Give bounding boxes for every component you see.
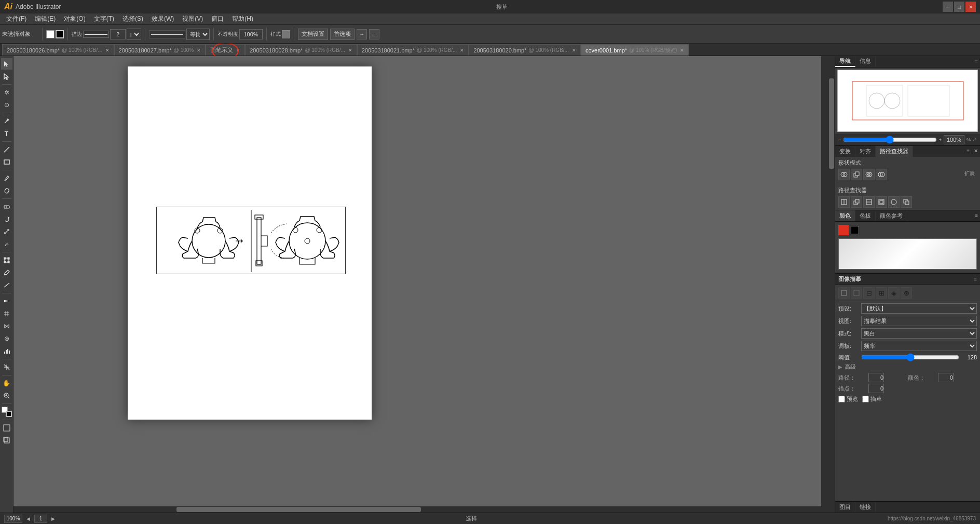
chart-tool-button[interactable] — [1, 345, 12, 357]
menu-view[interactable]: 视图(V) — [178, 14, 207, 24]
minus-front-button[interactable] — [851, 169, 862, 180]
blob-brush-tool-button[interactable] — [1, 185, 12, 196]
lasso-tool-button[interactable]: ⊙ — [1, 99, 12, 111]
magic-wand-tool-button[interactable]: ✲ — [1, 87, 12, 98]
tab-close-icon[interactable]: ✕ — [197, 48, 201, 53]
preview-label[interactable]: 预览 — [838, 395, 858, 403]
doc-settings-button[interactable]: 文档设置 — [298, 29, 328, 40]
fill-stroke-indicator[interactable] — [1, 406, 12, 418]
tab-color-guide[interactable]: 颜色参考 — [876, 210, 907, 221]
tab-info[interactable]: 信息 — [855, 56, 876, 67]
trace-view1[interactable] — [838, 287, 850, 299]
tab-layers[interactable]: 图目 — [835, 502, 855, 513]
mode-select[interactable]: 黑白 — [861, 328, 977, 339]
stroke-unit-select[interactable]: pt — [127, 29, 141, 40]
zoom-value-input[interactable] — [944, 135, 964, 144]
free-transform-tool-button[interactable] — [1, 254, 12, 266]
stroke-color-swatch[interactable] — [56, 30, 64, 38]
tab-close-icon[interactable]: ✕ — [348, 48, 352, 53]
trace-view4[interactable]: ⊞ — [876, 287, 887, 299]
rect-tool-button[interactable] — [1, 156, 12, 168]
tab-transform[interactable]: 变换 — [835, 146, 855, 157]
trim-button[interactable] — [851, 196, 862, 208]
zoom-tool-button[interactable] — [1, 390, 12, 401]
preset-select[interactable]: 【默认】 — [861, 303, 977, 314]
close-button[interactable]: ✕ — [965, 2, 976, 12]
menu-effect[interactable]: 效果(W) — [147, 14, 178, 24]
menu-select[interactable]: 选择(S) — [118, 14, 147, 24]
opacity-input[interactable] — [239, 29, 263, 39]
minimize-button[interactable]: ─ — [943, 2, 953, 12]
tab-close-icon[interactable]: ✕ — [572, 48, 576, 53]
zoom-slider[interactable] — [843, 138, 936, 142]
preferences-button[interactable]: 首选项 — [330, 29, 355, 40]
tab-color[interactable]: 颜色 — [835, 210, 855, 221]
path-input[interactable] — [868, 373, 884, 382]
color-input[interactable] — [938, 373, 954, 382]
zoom-plus-icon[interactable]: + — [939, 137, 942, 142]
advanced-section[interactable]: ▶ 高级 — [838, 363, 977, 371]
view-select[interactable]: 描摹结果 — [861, 316, 977, 326]
tab-huabi[interactable]: 画笔示义 ✕ — [206, 44, 245, 56]
tab-200503180021[interactable]: 200503180021.bmp* @ 100% (RGB/... ✕ — [357, 44, 469, 56]
merge-button[interactable] — [863, 196, 875, 208]
color-panel-menu[interactable]: ≡ — [973, 210, 980, 221]
pen-tool-button[interactable] — [1, 115, 12, 127]
scale-tool-button[interactable] — [1, 226, 12, 237]
menu-object[interactable]: 对象(O) — [60, 14, 89, 24]
tab-close-icon[interactable]: ✕ — [236, 48, 240, 53]
tab-200503180020[interactable]: 200503180020.bmp* @ 100% (RGB/... ✕ — [469, 44, 581, 56]
scrollbar-thumb[interactable] — [829, 78, 834, 168]
eraser-tool-button[interactable] — [1, 201, 12, 212]
hscrollbar-thumb[interactable] — [176, 507, 421, 512]
trace-view5[interactable]: ◈ — [888, 287, 900, 299]
text-tool-button[interactable]: T — [1, 128, 12, 139]
line-tool-button[interactable] — [1, 144, 12, 155]
maximize-button[interactable]: □ — [954, 2, 964, 12]
tab-pathfinder[interactable]: 路径查找器 — [876, 146, 913, 157]
trace-view3[interactable]: ⊟ — [863, 287, 875, 299]
measure-tool-button[interactable] — [1, 279, 12, 291]
normal-mode-button[interactable] — [1, 422, 12, 434]
panel-menu-icon[interactable]: ≡ — [973, 56, 980, 67]
outline-button[interactable] — [888, 196, 900, 208]
menu-edit[interactable]: 编辑(E) — [31, 14, 60, 24]
hand-tool-button[interactable]: ✋ — [1, 378, 12, 389]
expand-button[interactable]: 扩展 — [962, 169, 977, 180]
image-trace-menu[interactable]: ≡ — [974, 276, 977, 282]
direct-select-tool-button[interactable] — [1, 71, 12, 82]
tab-close-icon[interactable]: ✕ — [105, 48, 110, 53]
tab-200503180026[interactable]: 200503180026.bmp* @ 100% (RGB/... ✕ — [2, 44, 114, 56]
menu-window[interactable]: 窗口 — [207, 14, 228, 24]
divide-button[interactable] — [838, 196, 850, 208]
slice-tool-button[interactable] — [1, 361, 12, 373]
tab-cover0001[interactable]: cover0001.bmp* @ 100% (RGB/预览) ✕ — [581, 44, 689, 56]
vertical-scrollbar[interactable] — [828, 56, 835, 506]
zoom-percent-input[interactable] — [4, 515, 22, 523]
mesh-tool-button[interactable] — [1, 308, 12, 319]
scale-select[interactable]: 等比 — [186, 29, 210, 40]
zoom-minus-icon[interactable]: − — [838, 137, 841, 142]
horizontal-scrollbar[interactable] — [13, 506, 828, 513]
tab-navigator[interactable]: 导航 — [835, 56, 855, 67]
tab-align[interactable]: 对齐 — [855, 146, 876, 157]
stroke-width-input[interactable] — [110, 29, 126, 39]
tab-links[interactable]: 链接 — [855, 502, 876, 513]
snap-checkbox[interactable] — [862, 396, 869, 402]
exclude-button[interactable] — [876, 169, 887, 180]
tab-close-icon[interactable]: ✕ — [680, 48, 684, 53]
threshold-slider[interactable] — [861, 353, 959, 361]
canvas-area[interactable] — [13, 56, 835, 513]
page-number-input[interactable] — [34, 515, 47, 523]
panel-close-icon[interactable]: ✕ — [972, 146, 980, 157]
zoom-expand-icon[interactable]: ⤢ — [973, 137, 977, 142]
tab-close-icon[interactable]: ✕ — [460, 48, 464, 53]
symbol-tool-button[interactable]: ⊛ — [1, 333, 12, 344]
brush-tool-button[interactable] — [1, 172, 12, 184]
red-color-swatch[interactable] — [838, 225, 849, 235]
tab-swatches[interactable]: 色板 — [855, 210, 876, 221]
tab-200503180027[interactable]: 200503180027.bmp* @ 100% ✕ — [114, 44, 206, 56]
anchor-input[interactable] — [868, 384, 884, 393]
minus-back-button[interactable] — [901, 196, 912, 208]
arrow-button[interactable]: → — [357, 29, 367, 39]
